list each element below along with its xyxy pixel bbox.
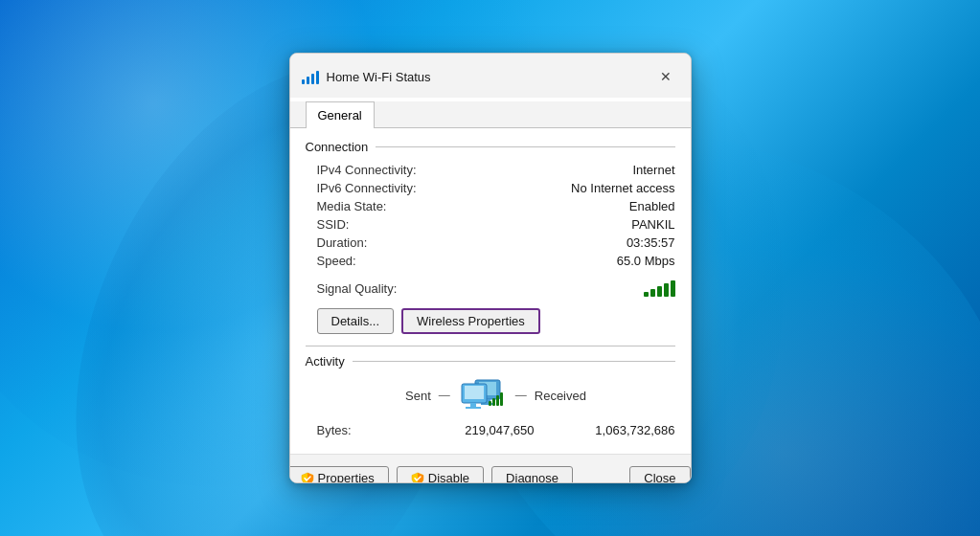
svg-rect-6 — [470, 403, 476, 407]
sig-bar-5 — [671, 280, 675, 297]
sig-bar-4 — [664, 283, 669, 297]
speed-label: Speed: — [317, 253, 451, 269]
sig-bar-3 — [657, 286, 662, 297]
network-computers-icon — [458, 376, 508, 414]
wireless-properties-button[interactable]: Wireless Properties — [401, 308, 540, 334]
separator-1 — [306, 346, 675, 346]
svg-rect-5 — [465, 386, 484, 399]
disable-button[interactable]: Disable — [397, 466, 484, 483]
diagnose-button[interactable]: Diagnose — [491, 466, 573, 483]
shield-icon-properties — [301, 472, 314, 484]
svg-rect-8 — [489, 401, 491, 406]
wifi-bar-1 — [302, 79, 305, 84]
network-diagram: Sent — — [317, 376, 675, 414]
signal-quality-row: Signal Quality: — [306, 280, 675, 297]
duration-label: Duration: — [317, 234, 451, 251]
signal-quality-label: Signal Quality: — [317, 281, 451, 296]
connection-properties: IPv4 Connectivity: Internet IPv6 Connect… — [306, 162, 675, 269]
activity-content: Sent — — [306, 376, 675, 438]
close-dialog-button[interactable]: Close — [629, 466, 690, 483]
ipv4-value: Internet — [451, 162, 675, 178]
ipv6-value: No Internet access — [451, 180, 675, 196]
media-state-label: Media State: — [317, 198, 451, 214]
wifi-signal-icon — [302, 69, 319, 84]
details-button[interactable]: Details... — [317, 308, 395, 334]
tab-bar: General — [290, 101, 691, 128]
ipv6-label: IPv6 Connectivity: — [317, 180, 451, 196]
activity-section-header: Activity — [306, 354, 675, 368]
wifi-bar-2 — [307, 77, 309, 84]
ipv4-label: IPv4 Connectivity: — [317, 162, 451, 178]
svg-rect-9 — [492, 398, 495, 406]
bytes-row: Bytes: 219,047,650 1,063,732,686 — [317, 422, 675, 438]
sig-bar-2 — [650, 289, 655, 297]
dialog-titlebar: Home Wi-Fi Status ✕ — [290, 54, 691, 98]
ssid-value: PANKIL — [451, 216, 675, 233]
sig-bar-1 — [644, 292, 649, 297]
connection-section-label: Connection — [306, 140, 369, 154]
tab-general[interactable]: General — [306, 101, 375, 128]
bytes-sent-value: 219,047,650 — [398, 423, 535, 437]
dialog-overlay: Home Wi-Fi Status ✕ General Connection I… — [0, 0, 980, 536]
bytes-label: Bytes: — [317, 422, 394, 438]
wifi-bar-3 — [311, 74, 314, 84]
media-state-value: Enabled — [451, 198, 675, 214]
properties-button[interactable]: Properties — [289, 466, 389, 483]
titlebar-left: Home Wi-Fi Status — [302, 69, 431, 84]
connection-buttons-row: Details... Wireless Properties — [306, 308, 675, 334]
received-label: Received — [535, 389, 586, 403]
sent-label: Sent — [405, 389, 431, 403]
dialog-title: Home Wi-Fi Status — [327, 70, 431, 84]
shield-icon-disable — [411, 472, 424, 484]
duration-value: 03:35:57 — [451, 234, 675, 251]
bytes-received-value: 1,063,732,686 — [538, 423, 675, 437]
activity-section-label: Activity — [306, 354, 345, 368]
wifi-bar-4 — [316, 71, 319, 84]
connection-section-line — [376, 146, 674, 147]
dialog-body: General Connection IPv4 Connectivity: In… — [290, 98, 691, 454]
ssid-label: SSID: — [317, 216, 451, 233]
svg-rect-10 — [496, 395, 499, 406]
connection-section-header: Connection — [306, 140, 675, 154]
svg-rect-11 — [500, 392, 503, 406]
svg-rect-7 — [466, 407, 481, 409]
signal-quality-bars — [451, 280, 675, 297]
activity-section-line — [353, 361, 675, 362]
wifi-status-dialog: Home Wi-Fi Status ✕ General Connection I… — [289, 53, 692, 483]
dialog-close-button[interactable]: ✕ — [652, 63, 679, 90]
bottom-buttons-bar: Properties Disable Diagnose Close — [289, 454, 692, 483]
speed-value: 65.0 Mbps — [451, 253, 675, 269]
